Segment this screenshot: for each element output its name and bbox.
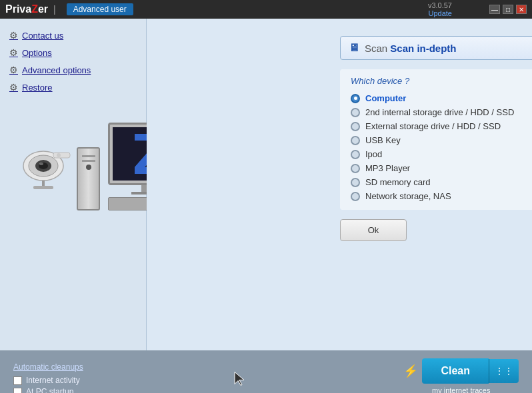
device-label-2nd-hdd: 2nd internal storage drive / HDD / SSD	[365, 107, 514, 117]
checkbox-pc-startup[interactable]: At PC startup	[13, 387, 83, 393]
sidebar: ⚙ Contact us ⚙ Options ⚙ Advanced option…	[0, 19, 147, 350]
ok-button[interactable]: Ok	[340, 219, 407, 241]
device-radio-mp3	[351, 164, 360, 173]
version-info: v3.0.57Update	[428, 1, 452, 17]
device-option-computer[interactable]: Computer	[351, 91, 532, 105]
device-label-mp3: MP3 Player	[365, 163, 410, 173]
device-option-sd[interactable]: SD memory card	[351, 175, 532, 189]
clean-extra-button[interactable]: ⋮⋮	[489, 359, 519, 383]
sidebar-label-restore: Restore	[22, 83, 53, 93]
cursor-indicator	[233, 371, 247, 390]
device-panel: Which device ? Computer 2nd internal sto…	[340, 69, 532, 210]
tower-slot	[82, 160, 95, 162]
camera-image	[7, 129, 87, 189]
device-radio-sd	[351, 178, 360, 187]
content-area: 🖥 Scan Scan in-depth ▼ Which device ? Co…	[147, 19, 532, 350]
lightning-icon: ⚡	[403, 364, 418, 378]
clean-button[interactable]: Clean	[422, 358, 489, 384]
svg-marker-11	[235, 372, 244, 386]
advanced-icon: ⚙	[9, 65, 18, 75]
options-icon: ⚙	[9, 47, 18, 58]
user-badge: Advanced user	[67, 3, 133, 15]
device-label-sd: SD memory card	[365, 177, 431, 187]
minimize-button[interactable]: —	[489, 5, 500, 14]
device-option-ipod[interactable]: Ipod	[351, 147, 532, 161]
close-button[interactable]: ✕	[516, 5, 527, 14]
device-option-mp3[interactable]: MP3 Player	[351, 161, 532, 175]
app-brand: PrivaZer | Advanced user	[5, 3, 133, 15]
checkbox-label-startup: At PC startup	[26, 387, 73, 393]
device-option-usb[interactable]: USB Key	[351, 133, 532, 147]
main-area: ⚙ Contact us ⚙ Options ⚙ Advanced option…	[0, 19, 532, 350]
sidebar-item-options[interactable]: ⚙ Options	[0, 44, 146, 61]
device-option-nas[interactable]: Network storage, NAS	[351, 189, 532, 203]
tower-button	[86, 165, 91, 170]
device-label-nas: Network storage, NAS	[365, 191, 451, 201]
device-radio-computer	[351, 94, 360, 103]
device-label-usb: USB Key	[365, 135, 401, 145]
brand-name-priv: PrivaZer	[5, 3, 48, 15]
computer-tower	[77, 147, 100, 210]
restore-icon: ⚙	[9, 82, 18, 93]
sidebar-label-contact: Contact us	[22, 31, 63, 41]
device-option-external[interactable]: External storage drive / HDD / SSD	[351, 119, 532, 133]
clean-subtitle: my internet tracesin 1 click !	[432, 386, 490, 393]
title-bar: PrivaZer | Advanced user v3.0.57Update —…	[0, 0, 532, 19]
contact-icon: ⚙	[9, 30, 18, 41]
checkbox-box-internet	[13, 376, 22, 385]
bottom-area: Automatic cleanups Internet activity At …	[0, 350, 532, 393]
checkbox-label-internet: Internet activity	[26, 376, 80, 385]
svg-rect-6	[33, 186, 53, 189]
auto-cleanups: Automatic cleanups Internet activity At …	[13, 362, 83, 393]
device-label-external: External storage drive / HDD / SSD	[365, 121, 501, 131]
cursor-icon	[233, 371, 247, 387]
which-device-label: Which device ?	[351, 76, 532, 86]
sidebar-label-options: Options	[22, 48, 52, 58]
svg-point-4	[39, 163, 43, 165]
scan-dropdown-container: 🖥 Scan Scan in-depth ▼	[340, 36, 532, 60]
window-controls[interactable]: — □ ✕	[489, 5, 527, 14]
device-option-2nd-hdd[interactable]: 2nd internal storage drive / HDD / SSD	[351, 105, 532, 119]
svg-rect-7	[53, 153, 70, 158]
device-label-computer: Computer	[365, 93, 406, 103]
device-radio-nas	[351, 192, 360, 201]
checkbox-internet-activity[interactable]: Internet activity	[13, 376, 83, 385]
device-radio-usb	[351, 136, 360, 145]
device-radio-2nd-hdd	[351, 108, 360, 117]
clean-section: ⚡ Clean ⋮⋮ my internet tracesin 1 click …	[403, 358, 519, 393]
maximize-button[interactable]: □	[503, 5, 513, 14]
sidebar-item-restore[interactable]: ⚙ Restore	[0, 79, 146, 96]
scan-dropdown-icon: 🖥	[349, 42, 359, 54]
checkbox-box-startup	[13, 388, 22, 394]
sidebar-item-advanced-options[interactable]: ⚙ Advanced options	[0, 61, 146, 79]
scan-dropdown[interactable]: 🖥 Scan Scan in-depth ▼	[340, 36, 532, 60]
device-radio-external	[351, 122, 360, 131]
svg-point-8	[57, 153, 61, 157]
tower-slot	[82, 155, 95, 157]
clean-btn-row: ⚡ Clean ⋮⋮	[403, 358, 519, 384]
sidebar-item-contact-us[interactable]: ⚙ Contact us	[0, 27, 146, 44]
device-radio-ipod	[351, 150, 360, 159]
device-label-ipod: Ipod	[365, 149, 382, 159]
sidebar-label-advanced: Advanced options	[22, 65, 91, 75]
scan-dropdown-label: Scan Scan in-depth	[365, 43, 457, 54]
auto-cleanups-title[interactable]: Automatic cleanups	[13, 362, 83, 372]
